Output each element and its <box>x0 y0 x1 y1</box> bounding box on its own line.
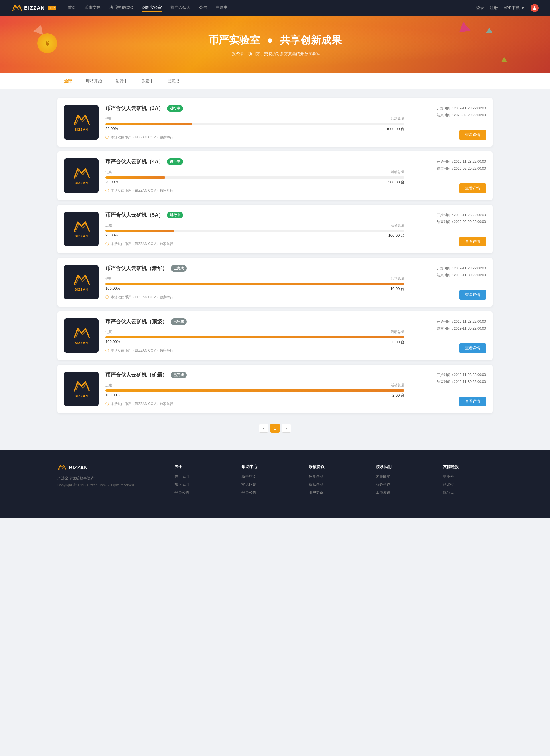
filter-tab-upcoming[interactable]: 即将开始 <box>79 73 109 89</box>
status-badge-2: 进行中 <box>167 158 183 165</box>
nav-home[interactable]: 首页 <box>68 4 76 12</box>
card-body-4: 币严合伙人云矿机（豪华） 已完成 进度 活动总量 100.00% 10.00 台… <box>105 265 404 300</box>
footer-link-disclaimer[interactable]: 免责条款 <box>308 474 358 479</box>
card-title-1: 币严合伙人云矿机（3A） <box>105 105 164 112</box>
footer-tagline: 严选全球优质数字资产 <box>57 476 157 481</box>
card-logo-icon-6 <box>73 380 90 393</box>
progress-section-1: 进度 活动总量 29.00% 1000.00 台 <box>105 116 404 132</box>
filter-tab-distributing[interactable]: 派发中 <box>135 73 161 89</box>
footer-link-coin-invite[interactable]: 工币邀请 <box>375 490 425 495</box>
card-header-row-1: 币严合伙人云矿机（3A） 进行中 <box>105 105 404 112</box>
footer-brand: BIZZAN 严选全球优质数字资产 Copyright © 2019 - Biz… <box>57 464 157 498</box>
detail-button-3[interactable]: 查看详情 <box>459 237 486 246</box>
progress-bar-bg-3 <box>105 230 404 232</box>
filter-tab-active[interactable]: 进行中 <box>109 73 135 89</box>
detail-button-5[interactable]: 查看详情 <box>459 343 486 353</box>
logo-icon <box>11 4 22 12</box>
footer-link-feixiaohao[interactable]: 非小号 <box>443 474 493 479</box>
prev-page-button[interactable]: ‹ <box>259 424 268 433</box>
footer: BIZZAN 严选全球优质数字资产 Copyright © 2019 - Biz… <box>0 450 550 518</box>
card-logo-5: BIZZAN <box>64 318 99 353</box>
decorative-triangle-3 <box>457 21 470 32</box>
card-header-row-4: 币严合伙人云矿机（豪华） 已完成 <box>105 265 404 272</box>
detail-button-2[interactable]: 查看详情 <box>459 183 486 193</box>
register-button[interactable]: 注册 <box>490 5 498 11</box>
time-info-5: 开始时间：2019-11-23 22:00:00 结束时间：2019-11-30… <box>437 318 486 332</box>
footer-link-business-cooperation[interactable]: 商务合作 <box>375 482 425 487</box>
card-logo-text-4: BIZZAN <box>75 288 88 291</box>
footer-link-faq[interactable]: 常见问题 <box>242 482 291 487</box>
card-logo-text-5: BIZZAN <box>75 341 88 344</box>
card-note-1: ⓘ 本活动由币严（BIZZAN.COM）独家举行 <box>105 135 404 140</box>
card-note-5: ⓘ 本活动由币严（BIZZAN.COM）独家举行 <box>105 348 404 353</box>
status-badge-3: 进行中 <box>167 212 183 218</box>
filter-tabs: 全部 即将开始 进行中 派发中 已完成 <box>57 73 493 89</box>
progress-bar-bg-1 <box>105 123 404 125</box>
footer-link-platform-notice[interactable]: 平台公告 <box>175 490 224 495</box>
footer-col-title-contact: 联系我们 <box>375 464 425 469</box>
card-logo-icon-5 <box>73 327 90 340</box>
hero-title: 币严实验室 ● 共享创新成果 <box>208 33 342 47</box>
card-header-row-5: 币严合伙人云矿机（顶级） 已完成 <box>105 318 404 325</box>
card-right-3: 开始时间：2019-11-23 22:00:00 结束时间：2020-02-29… <box>411 211 486 246</box>
card-4: BIZZAN 币严合伙人云矿机（豪华） 已完成 进度 活动总量 100.00% … <box>57 258 493 307</box>
footer-link-yibit[interactable]: 已比特 <box>443 482 493 487</box>
footer-copyright: Copyright © 2019 - Bizzan.Com All rights… <box>57 483 157 487</box>
card-logo-icon-4 <box>73 273 90 287</box>
footer-link-notice[interactable]: 平台公告 <box>242 490 291 495</box>
progress-bar-bg-5 <box>105 336 404 338</box>
header-right: 登录 注册 APP下载 ▼ <box>476 4 539 12</box>
info-icon-2: ⓘ <box>105 189 109 193</box>
footer-link-beginner-guide[interactable]: 新手指南 <box>242 474 291 479</box>
filter-tab-completed[interactable]: 已完成 <box>161 73 186 89</box>
decorative-coin: ¥ <box>37 33 57 53</box>
card-header-row-3: 币严合伙人云矿机（5A） 进行中 <box>105 211 404 218</box>
nav-fiat-trade[interactable]: 法币交易C2C <box>109 4 133 12</box>
footer-link-user-agreement[interactable]: 用户协议 <box>308 490 358 495</box>
info-icon-6: ⓘ <box>105 402 109 406</box>
time-info-6: 开始时间：2019-11-23 22:00:00 结束时间：2019-11-30… <box>437 371 486 385</box>
footer-col-title-help: 帮助中心 <box>242 464 291 469</box>
nav-whitepaper[interactable]: 白皮书 <box>216 4 228 12</box>
time-info-2: 开始时间：2019-11-23 22:00:00 结束时间：2020-02-29… <box>437 158 486 172</box>
detail-button-4[interactable]: 查看详情 <box>459 290 486 300</box>
footer-link-qianjiedian[interactable]: 钱节点 <box>443 490 493 495</box>
logo[interactable]: BIZZAN BETA <box>11 4 56 12</box>
detail-button-1[interactable]: 查看详情 <box>459 130 486 140</box>
footer-col-title-terms: 条款协议 <box>308 464 358 469</box>
page-1-button[interactable]: 1 <box>271 424 279 433</box>
card-note-6: ⓘ 本活动由币严（BIZZAN.COM）独家举行 <box>105 401 404 406</box>
login-button[interactable]: 登录 <box>476 5 484 11</box>
nav-innovation-lab[interactable]: 创新实验室 <box>142 4 162 12</box>
progress-section-2: 进度 活动总量 20.00% 500.00 台 <box>105 170 404 185</box>
footer-logo-text: BIZZAN <box>69 465 88 471</box>
card-right-6: 开始时间：2019-11-23 22:00:00 结束时间：2019-11-30… <box>411 371 486 406</box>
detail-button-6[interactable]: 查看详情 <box>459 397 486 406</box>
progress-bar-fill-2 <box>105 176 165 179</box>
card-logo-text-3: BIZZAN <box>75 234 88 238</box>
progress-bar-fill-4 <box>105 283 404 285</box>
progress-bar-fill-3 <box>105 230 174 232</box>
nav-partner[interactable]: 推广合伙人 <box>171 4 191 12</box>
card-title-3: 币严合伙人云矿机（5A） <box>105 211 164 218</box>
status-badge-6: 已完成 <box>171 372 187 378</box>
footer-link-about-us[interactable]: 关于我们 <box>175 474 224 479</box>
footer-link-customer-email[interactable]: 客服邮箱 <box>375 474 425 479</box>
card-title-4: 币严合伙人云矿机（豪华） <box>105 265 167 272</box>
progress-bar-fill-5 <box>105 336 404 338</box>
nav-coin-trade[interactable]: 币市交易 <box>85 4 101 12</box>
nav-announcement[interactable]: 公告 <box>199 4 207 12</box>
footer-col-title-links: 友情链接 <box>443 464 493 469</box>
card-body-3: 币严合伙人云矿机（5A） 进行中 进度 活动总量 23.00% 100.00 台… <box>105 211 404 246</box>
footer-top: BIZZAN 严选全球优质数字资产 Copyright © 2019 - Biz… <box>57 464 493 498</box>
decorative-triangle-2 <box>486 28 493 33</box>
footer-link-join-us[interactable]: 加入我们 <box>175 482 224 487</box>
next-page-button[interactable]: › <box>282 424 291 433</box>
card-logo-icon-1 <box>73 113 90 127</box>
card-body-6: 币严合伙人云矿机（矿霸） 已完成 进度 活动总量 100.00% 2.00 台 … <box>105 371 404 406</box>
user-avatar[interactable] <box>531 4 539 12</box>
footer-col-title-about: 关于 <box>175 464 224 469</box>
filter-tab-all[interactable]: 全部 <box>57 73 79 89</box>
app-download-button[interactable]: APP下载 ▼ <box>504 5 525 11</box>
footer-link-privacy[interactable]: 隐私条款 <box>308 482 358 487</box>
